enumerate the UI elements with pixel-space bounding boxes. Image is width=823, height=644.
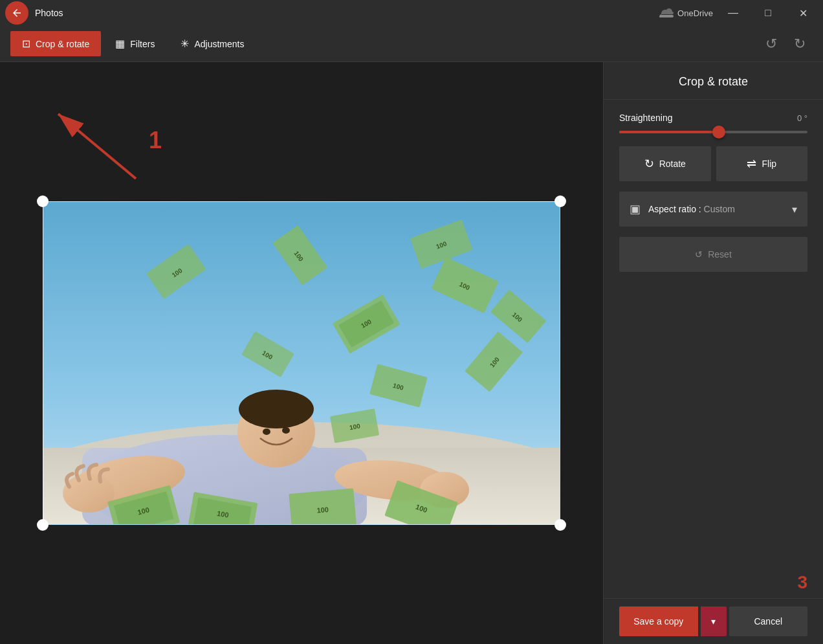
crop-handle-bottom-right[interactable]	[554, 519, 566, 531]
aspect-ratio-separator: :	[699, 204, 704, 214]
minimize-button[interactable]: —	[718, 0, 748, 26]
svg-point-10	[282, 427, 290, 434]
aspect-ratio-label: Aspect ratio	[648, 204, 696, 214]
adjustments-button[interactable]: ✳ Adjustments	[169, 31, 256, 56]
onedrive-label: OneDrive	[659, 8, 713, 18]
svg-line-1	[58, 114, 136, 179]
save-copy-label: Save a copy	[633, 616, 683, 627]
toolbar: ⊡ Crop & rotate ▦ Filters ✳ Adjustments …	[0, 26, 823, 62]
flip-icon: ⇌	[747, 157, 756, 171]
titlebar: Photos OneDrive — □ ✕	[0, 0, 823, 26]
rotate-icon: ↻	[644, 157, 654, 171]
flip-label: Flip	[762, 159, 776, 169]
svg-point-9	[263, 428, 270, 435]
flip-button[interactable]: ⇌ Flip	[716, 146, 808, 181]
reset-button[interactable]: ↺ Reset	[619, 237, 807, 272]
filters-label: Filters	[130, 39, 155, 49]
annotation-3: 3	[604, 567, 823, 598]
rotate-button[interactable]: ↻ Rotate	[619, 146, 711, 181]
cancel-label: Cancel	[754, 616, 782, 627]
straightening-label-row: Straightening 0 °	[619, 113, 807, 123]
straightening-slider[interactable]	[619, 131, 807, 133]
adjustments-label: Adjustments	[194, 39, 244, 49]
photo-svg: 100 100 100	[43, 202, 560, 525]
crop-rotate-label: Crop & rotate	[36, 39, 89, 49]
crop-handle-bottom-left[interactable]	[37, 519, 49, 531]
panel-title: Crop & rotate	[604, 62, 823, 100]
straightening-label: Straightening	[619, 113, 673, 123]
back-button[interactable]	[5, 1, 28, 25]
slider-thumb[interactable]	[712, 126, 725, 139]
save-copy-button[interactable]: Save a copy	[619, 606, 698, 636]
arrow-annotation	[32, 94, 149, 188]
aspect-ratio-dropdown[interactable]: ▣ Aspect ratio : Custom ▾	[619, 192, 807, 227]
maximize-button[interactable]: □	[753, 0, 783, 26]
straightening-value: 0 °	[797, 113, 807, 123]
bottom-bar: Save a copy ▾ Cancel	[604, 598, 823, 644]
rotate-flip-buttons: ↻ Rotate ⇌ Flip	[604, 146, 823, 181]
redo-button[interactable]: ↻	[787, 31, 813, 57]
reset-label: Reset	[708, 249, 732, 260]
onedrive-icon	[659, 8, 674, 17]
onedrive-text: OneDrive	[677, 8, 713, 18]
canvas-area: 1 2	[0, 62, 603, 644]
save-dropdown-icon: ▾	[711, 616, 716, 627]
aspect-ratio-value: Custom	[704, 204, 735, 214]
filters-icon: ▦	[115, 38, 125, 50]
right-panel: Crop & rotate Straightening 0 ° ↻ Rotate…	[603, 62, 823, 644]
svg-point-8	[239, 390, 314, 428]
crop-handle-top-right[interactable]	[554, 195, 566, 207]
reset-icon: ↺	[695, 249, 703, 260]
cancel-button[interactable]: Cancel	[729, 606, 808, 636]
svg-text:100: 100	[316, 505, 329, 514]
undo-button[interactable]: ↺	[758, 31, 784, 57]
crop-icon: ⊡	[22, 38, 30, 50]
main-area: 1 2	[0, 62, 823, 644]
slider-fill	[619, 131, 719, 133]
aspect-ratio-icon: ▣	[630, 202, 641, 216]
crop-rotate-button[interactable]: ⊡ Crop & rotate	[10, 31, 101, 56]
photo-canvas: 100 100 100	[43, 201, 560, 525]
crop-frame: 100 100 100	[43, 201, 560, 525]
crop-handle-top-left[interactable]	[37, 195, 49, 207]
annotation-1: 1	[149, 127, 162, 154]
close-button[interactable]: ✕	[788, 0, 818, 26]
titlebar-right: OneDrive — □ ✕	[659, 0, 818, 26]
save-dropdown-button[interactable]: ▾	[701, 606, 727, 636]
panel-spacer	[604, 282, 823, 567]
chevron-down-icon: ▾	[792, 203, 797, 216]
straightening-section: Straightening 0 °	[604, 100, 823, 146]
rotate-label: Rotate	[659, 159, 686, 169]
filters-button[interactable]: ▦ Filters	[104, 31, 166, 56]
app-title: Photos	[35, 8, 659, 18]
aspect-ratio-text: Aspect ratio : Custom	[648, 204, 792, 214]
adjustments-icon: ✳	[181, 38, 189, 50]
